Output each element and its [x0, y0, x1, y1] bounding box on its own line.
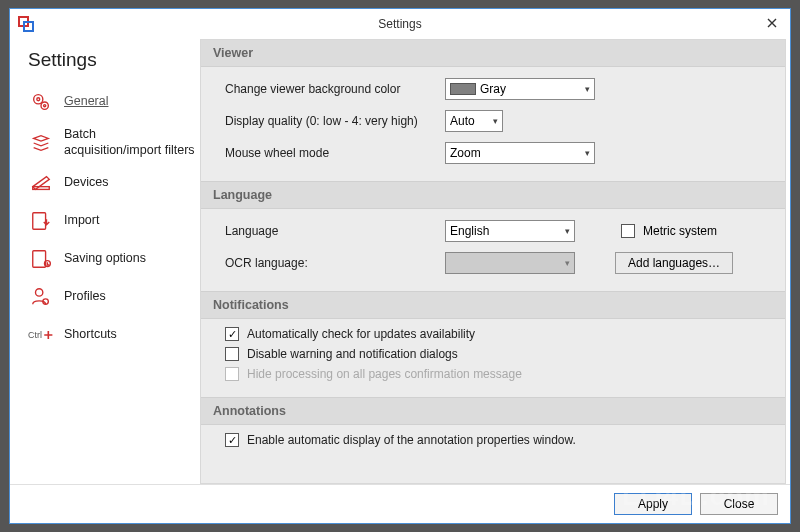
sidebar-item-label: Profiles	[64, 289, 106, 305]
svg-rect-8	[33, 251, 46, 268]
wheel-select[interactable]: Zoom ▾	[445, 142, 595, 164]
bg-color-label: Change viewer background color	[225, 82, 445, 96]
sidebar: Settings General Batch acquisition/impor…	[10, 39, 200, 484]
svg-point-3	[37, 98, 40, 101]
language-select[interactable]: English ▾	[445, 220, 575, 242]
disable-warning-checkbox[interactable]	[225, 347, 239, 361]
settings-window: Settings Settings General Batch acquisit…	[9, 8, 791, 524]
language-label: Language	[225, 224, 445, 238]
svg-point-10	[36, 289, 43, 296]
chevron-down-icon: ▾	[565, 258, 570, 268]
app-icon	[18, 16, 34, 32]
wheel-label: Mouse wheel mode	[225, 146, 445, 160]
svg-rect-6	[33, 187, 50, 190]
sidebar-item-profiles[interactable]: Profiles	[24, 278, 200, 316]
wheel-value: Zoom	[450, 146, 481, 160]
svg-text:Ctrl: Ctrl	[28, 331, 42, 341]
sidebar-item-batch[interactable]: Batch acquisition/import filters	[24, 121, 200, 164]
close-icon[interactable]	[762, 13, 782, 33]
section-language-heading: Language	[201, 181, 785, 209]
quality-value: Auto	[450, 114, 475, 128]
save-icon	[28, 247, 54, 271]
hide-processing-checkbox	[225, 367, 239, 381]
title-bar: Settings	[10, 9, 790, 39]
metric-checkbox[interactable]	[621, 224, 635, 238]
chevron-down-icon: ▾	[565, 226, 570, 236]
sidebar-item-label: Shortcuts	[64, 327, 117, 343]
dialog-footer: Apply Close	[10, 484, 790, 523]
svg-point-5	[44, 105, 46, 107]
stack-icon	[28, 131, 54, 155]
sidebar-heading: Settings	[24, 49, 200, 71]
sidebar-item-import[interactable]: Import	[24, 202, 200, 240]
quality-label: Display quality (0: low - 4: very high)	[225, 114, 445, 128]
profile-icon	[28, 285, 54, 309]
import-icon	[28, 209, 54, 233]
svg-point-4	[41, 102, 48, 109]
auto-update-checkbox[interactable]	[225, 327, 239, 341]
sidebar-item-shortcuts[interactable]: Ctrl Shortcuts	[24, 316, 200, 354]
section-notifications-heading: Notifications	[201, 291, 785, 319]
disable-warning-label: Disable warning and notification dialogs	[247, 347, 458, 361]
apply-button[interactable]: Apply	[614, 493, 692, 515]
chevron-down-icon: ▾	[493, 116, 498, 126]
enable-annotations-label: Enable automatic display of the annotati…	[247, 433, 576, 447]
sidebar-item-label: Saving options	[64, 251, 146, 267]
quality-select[interactable]: Auto ▾	[445, 110, 503, 132]
svg-point-2	[34, 95, 43, 104]
bg-color-value: Gray	[480, 82, 506, 96]
sidebar-item-saving[interactable]: Saving options	[24, 240, 200, 278]
scanner-icon	[28, 171, 54, 195]
svg-rect-7	[33, 213, 46, 230]
close-button[interactable]: Close	[700, 493, 778, 515]
sidebar-item-general[interactable]: General	[24, 83, 200, 121]
hide-processing-label: Hide processing on all pages confirmatio…	[247, 367, 522, 381]
gear-icon	[28, 90, 54, 114]
main-panel: Viewer Change viewer background color Gr…	[200, 39, 790, 484]
ctrl-icon: Ctrl	[28, 323, 54, 347]
metric-label: Metric system	[643, 224, 717, 238]
sidebar-item-label: General	[64, 94, 108, 110]
add-languages-button[interactable]: Add languages…	[615, 252, 733, 274]
sidebar-item-label: Batch acquisition/import filters	[64, 127, 196, 158]
language-value: English	[450, 224, 489, 238]
window-title: Settings	[378, 17, 421, 31]
bg-color-select[interactable]: Gray ▾	[445, 78, 595, 100]
enable-annotations-checkbox[interactable]	[225, 433, 239, 447]
auto-update-label: Automatically check for updates availabi…	[247, 327, 475, 341]
ocr-language-select: ▾	[445, 252, 575, 274]
ocr-label: OCR language:	[225, 256, 445, 270]
chevron-down-icon: ▾	[585, 148, 590, 158]
color-swatch-icon	[450, 83, 476, 95]
section-viewer-heading: Viewer	[201, 40, 785, 67]
sidebar-item-label: Import	[64, 213, 99, 229]
section-annotations-heading: Annotations	[201, 397, 785, 425]
sidebar-item-devices[interactable]: Devices	[24, 164, 200, 202]
chevron-down-icon: ▾	[585, 84, 590, 94]
sidebar-item-label: Devices	[64, 175, 108, 191]
